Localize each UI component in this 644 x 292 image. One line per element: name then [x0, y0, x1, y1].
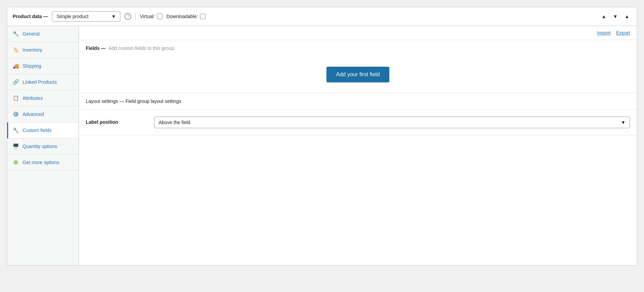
- asterisk-icon: ✳️: [13, 159, 19, 165]
- sidebar-label-linked-products: Linked Products: [23, 79, 57, 85]
- sidebar-item-inventory[interactable]: 🏷️ Inventory: [7, 42, 79, 58]
- layout-settings-header: Layout settings — Field group layout set…: [79, 93, 637, 110]
- sidebar-label-quantity-options: Quantity options: [23, 144, 57, 149]
- sidebar-label-attributes: Attributes: [23, 95, 43, 101]
- product-type-value: Simple product: [56, 14, 88, 19]
- export-button[interactable]: Export: [616, 30, 630, 36]
- wrench2-icon: 🔧: [13, 127, 19, 133]
- content-area: Import Export Fields — Add custom fields…: [79, 26, 637, 265]
- layout-settings-body: Label position Above the field ▼: [79, 110, 637, 135]
- sidebar-item-quantity-options[interactable]: 🖥️ Quantity options: [7, 138, 79, 155]
- collapse-up-button[interactable]: ▲: [599, 12, 608, 21]
- link-icon: 🔗: [13, 79, 19, 85]
- sidebar-item-linked-products[interactable]: 🔗 Linked Products: [7, 74, 79, 90]
- sidebar-label-custom-fields: Custom fields: [23, 128, 52, 133]
- sidebar-item-attributes[interactable]: 📋 Attributes: [7, 90, 79, 106]
- sidebar-item-custom-fields[interactable]: 🔧 Custom fields: [7, 122, 79, 138]
- display-icon: 🖥️: [13, 143, 19, 149]
- import-export-row: Import Export: [79, 26, 637, 40]
- divider: [135, 12, 136, 21]
- sidebar-label-get-more-options: Get more options: [23, 160, 59, 165]
- sidebar-item-advanced[interactable]: ⚙️ Advanced: [7, 106, 79, 122]
- collapse-down-button[interactable]: ▼: [611, 12, 620, 21]
- fields-section: Fields — Add custom fields to this group…: [79, 40, 637, 93]
- sidebar-item-get-more-options[interactable]: ✳️ Get more options: [7, 155, 79, 171]
- layout-settings-section: Layout settings — Field group layout set…: [79, 93, 637, 135]
- downloadable-checkbox-group: Downloadable:: [166, 14, 206, 19]
- fields-section-header: Fields — Add custom fields to this group…: [79, 40, 637, 56]
- panel-header: Product data — Simple product ▼ ? Virtua…: [7, 7, 637, 26]
- chevron-down-icon: ▼: [621, 120, 626, 125]
- sidebar: 🔧 General 🏷️ Inventory 🚚 Shipping 🔗 Link…: [7, 26, 79, 265]
- tag-icon: 🏷️: [13, 47, 19, 53]
- downloadable-label: Downloadable:: [166, 14, 198, 19]
- sidebar-label-advanced: Advanced: [23, 111, 44, 117]
- fields-title: Fields —: [86, 45, 106, 51]
- truck-icon: 🚚: [13, 63, 19, 69]
- panel-title: Product data —: [13, 14, 48, 19]
- label-position-select[interactable]: Above the field ▼: [154, 117, 630, 128]
- product-type-select[interactable]: Simple product ▼: [52, 11, 120, 22]
- fields-desc: Add custom fields to this group.: [108, 45, 175, 51]
- downloadable-checkbox[interactable]: [200, 14, 205, 19]
- layout-settings-desc: Field group layout settings: [125, 98, 181, 104]
- sidebar-item-general[interactable]: 🔧 General: [7, 26, 79, 42]
- help-icon[interactable]: ?: [124, 13, 131, 20]
- header-actions: ▲ ▼ ▲: [599, 12, 631, 21]
- import-button[interactable]: Import: [597, 30, 611, 36]
- wrench-icon: 🔧: [13, 31, 19, 37]
- add-first-field-button[interactable]: Add your first field: [326, 67, 389, 82]
- fields-section-body: Add your first field: [79, 56, 637, 93]
- layout-settings-title: Layout settings —: [86, 98, 124, 104]
- virtual-label: Virtual:: [140, 14, 155, 19]
- sidebar-label-shipping: Shipping: [23, 63, 41, 69]
- expand-button[interactable]: ▲: [622, 12, 631, 21]
- label-position-label: Label position: [86, 117, 154, 125]
- product-data-panel: Product data — Simple product ▼ ? Virtua…: [7, 7, 637, 266]
- virtual-checkbox-group: Virtual:: [140, 14, 162, 19]
- virtual-checkbox[interactable]: [157, 14, 162, 19]
- sidebar-label-inventory: Inventory: [23, 47, 42, 53]
- gear-icon: ⚙️: [13, 111, 19, 117]
- sidebar-item-shipping[interactable]: 🚚 Shipping: [7, 58, 79, 74]
- sidebar-label-general: General: [23, 31, 40, 37]
- label-position-value: Above the field: [159, 120, 190, 125]
- list-icon: 📋: [13, 95, 19, 101]
- panel-body: 🔧 General 🏷️ Inventory 🚚 Shipping 🔗 Link…: [7, 26, 637, 265]
- chevron-down-icon: ▼: [111, 14, 116, 19]
